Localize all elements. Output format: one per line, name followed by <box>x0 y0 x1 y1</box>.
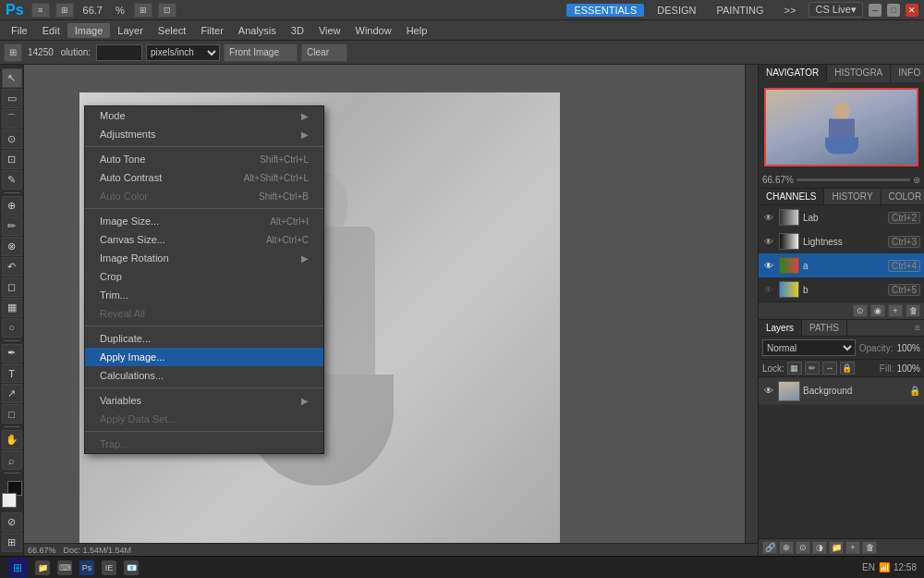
menu-filter[interactable]: Filter <box>193 23 230 38</box>
menu-calculations[interactable]: Calculations... <box>85 366 323 385</box>
lock-transparent-btn[interactable]: ▦ <box>787 362 802 375</box>
menu-apply-image[interactable]: Apply Image... <box>85 348 323 366</box>
tool-dodge[interactable]: ○ <box>2 318 22 338</box>
tool-pen[interactable]: ✒ <box>2 344 22 363</box>
background-color[interactable] <box>2 493 17 508</box>
tab-layers[interactable]: Layers <box>759 320 802 336</box>
menu-layer[interactable]: Layer <box>110 23 151 38</box>
menu-help[interactable]: Help <box>399 23 435 38</box>
workspace-painting-btn[interactable]: PAINTING <box>709 4 771 17</box>
channels-delete-channel-btn[interactable]: 🗑 <box>906 304 920 317</box>
tab-navigator[interactable]: NAVIGATOR <box>759 65 827 82</box>
tool-gradient[interactable]: ▦ <box>2 298 22 317</box>
layer-row-background[interactable]: 👁 Background 🔒 <box>759 377 924 405</box>
menu-canvas-size[interactable]: Canvas Size... Alt+Ctrl+C <box>85 230 323 249</box>
nav-zoom-slider[interactable] <box>796 178 910 181</box>
taskbar-icon-5[interactable]: 📧 <box>124 560 139 575</box>
tool-hand[interactable]: ✋ <box>2 430 22 449</box>
tool-move[interactable]: ↖ <box>2 68 22 88</box>
taskbar-icon-4[interactable]: IE <box>102 560 116 575</box>
menu-auto-tone[interactable]: Auto Tone Shift+Ctrl+L <box>85 150 323 168</box>
layers-new-btn[interactable]: + <box>845 541 860 554</box>
channel-eye-lab[interactable]: 👁 <box>762 211 775 224</box>
menu-crop[interactable]: Crop <box>85 267 323 286</box>
tool-crop[interactable]: ⊡ <box>2 150 22 169</box>
top-icon-3[interactable]: ⊞ <box>134 3 152 18</box>
layers-mask-btn[interactable]: ⊙ <box>796 541 810 554</box>
menu-image-size[interactable]: Image Size... Alt+Ctrl+I <box>85 212 323 230</box>
resolution-unit-select[interactable]: pixels/inch <box>146 44 220 61</box>
tool-eyedropper[interactable]: ✎ <box>2 170 22 190</box>
vertical-scrollbar[interactable] <box>745 65 758 543</box>
menu-edit[interactable]: Edit <box>35 23 67 38</box>
taskbar-icon-ps[interactable]: Ps <box>79 560 94 575</box>
channel-row-b[interactable]: 👁 b Ctrl+5 <box>759 277 924 301</box>
lock-all-btn[interactable]: 🔒 <box>840 362 855 375</box>
menu-window[interactable]: Window <box>348 23 399 38</box>
menu-reveal-all[interactable]: Reveal All <box>85 304 323 323</box>
tab-histogram[interactable]: HISTOGRA <box>827 65 891 82</box>
window-maximize-btn[interactable]: □ <box>887 4 900 17</box>
menu-select[interactable]: Select <box>151 23 194 38</box>
tool-shape[interactable]: □ <box>2 404 22 424</box>
lock-position-btn[interactable]: ↔ <box>822 362 837 375</box>
menu-image-rotation[interactable]: Image Rotation ▶ <box>85 249 323 267</box>
tool-marquee[interactable]: ▭ <box>2 89 22 108</box>
menu-3d[interactable]: 3D <box>284 23 311 38</box>
channels-new-channel-btn[interactable]: + <box>888 304 903 317</box>
menu-apply-data-set[interactable]: Apply Data Set... <box>85 410 323 428</box>
window-close-btn[interactable]: ✕ <box>906 4 918 17</box>
menu-duplicate[interactable]: Duplicate... <box>85 329 323 348</box>
layers-delete-btn[interactable]: 🗑 <box>862 541 877 554</box>
tool-lasso[interactable]: ⌒ <box>2 109 22 129</box>
tool-clone[interactable]: ⊗ <box>2 237 22 256</box>
windows-start-btn[interactable]: ⊞ <box>7 558 28 578</box>
top-icon-2[interactable]: ⊞ <box>55 3 74 18</box>
tab-history[interactable]: HISTORY <box>824 189 881 204</box>
tool-eraser[interactable]: ◻ <box>2 277 22 297</box>
lock-image-btn[interactable]: ✏ <box>805 362 820 375</box>
blend-mode-select[interactable]: Normal <box>762 339 856 356</box>
tool-options-btn[interactable]: ⊞ <box>4 43 22 62</box>
tool-brush[interactable]: ✏ <box>2 216 22 236</box>
clear-btn[interactable]: Clear <box>301 43 347 62</box>
menu-variables[interactable]: Variables ▶ <box>85 391 323 410</box>
tool-path-select[interactable]: ↗ <box>2 384 22 403</box>
workspace-more-btn[interactable]: >> <box>777 4 804 17</box>
menu-analysis[interactable]: Analysis <box>231 23 284 38</box>
channel-eye-a[interactable]: 👁 <box>762 259 775 272</box>
taskbar-icon-1[interactable]: 📁 <box>35 560 50 575</box>
channels-save-selection-btn[interactable]: ◉ <box>870 304 885 317</box>
menu-view[interactable]: View <box>311 23 348 38</box>
tool-history-brush[interactable]: ↶ <box>2 257 22 277</box>
tool-zoom[interactable]: ⌕ <box>2 450 22 470</box>
menu-trap[interactable]: Trap... <box>85 435 323 453</box>
menu-image[interactable]: Image <box>67 23 111 38</box>
resolution-input[interactable] <box>96 44 142 61</box>
tab-color[interactable]: COLOR <box>881 189 924 204</box>
channel-row-lab[interactable]: 👁 Lab Ctrl+2 <box>759 205 924 229</box>
layers-link-btn[interactable]: 🔗 <box>762 541 777 554</box>
cs-live-btn[interactable]: CS Live▾ <box>808 2 863 18</box>
tool-type[interactable]: T <box>2 363 22 383</box>
menu-auto-contrast[interactable]: Auto Contrast Alt+Shift+Ctrl+L <box>85 168 323 187</box>
layers-group-btn[interactable]: 📁 <box>829 541 844 554</box>
channel-eye-b[interactable]: 👁 <box>762 283 775 296</box>
window-minimize-btn[interactable]: ─ <box>869 4 881 17</box>
layers-adjustment-btn[interactable]: ◑ <box>812 541 827 554</box>
channel-eye-lightness[interactable]: 👁 <box>762 235 775 248</box>
channels-load-selection-btn[interactable]: ⊙ <box>853 304 868 317</box>
top-icon-1[interactable]: ≡ <box>31 3 50 18</box>
tab-info[interactable]: INFO <box>891 65 924 82</box>
channel-row-lightness[interactable]: 👁 Lightness Ctrl+3 <box>759 229 924 253</box>
layers-style-btn[interactable]: ⊕ <box>779 541 794 554</box>
menu-auto-color[interactable]: Auto Color Shift+Ctrl+B <box>85 187 323 205</box>
taskbar-icon-2[interactable]: ⌨ <box>57 560 72 575</box>
top-icon-4[interactable]: ⊡ <box>158 3 176 18</box>
layer-eye-background[interactable]: 👁 <box>762 385 775 398</box>
tool-quick-select[interactable]: ⊙ <box>2 129 22 149</box>
menu-mode[interactable]: Mode ▶ <box>85 106 323 125</box>
workspace-essentials-btn[interactable]: ESSENTIALS <box>566 4 644 17</box>
tool-healing[interactable]: ⊕ <box>2 196 22 215</box>
tool-screen-mode[interactable]: ⊞ <box>2 533 22 552</box>
